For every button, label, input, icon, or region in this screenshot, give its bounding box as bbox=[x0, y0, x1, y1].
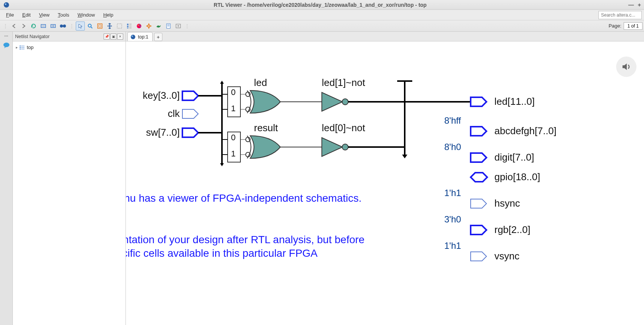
fit-tool[interactable] bbox=[95, 21, 104, 31]
port-sw[interactable] bbox=[182, 128, 198, 137]
port-clk[interactable] bbox=[182, 109, 198, 118]
maximize-button[interactable]: + bbox=[638, 2, 641, 8]
svg-rect-16 bbox=[127, 26, 128, 27]
gate-not-led1[interactable] bbox=[322, 92, 348, 111]
left-gutter: ••• bbox=[0, 32, 13, 325]
annotation-p2: It shows the representation of your desi… bbox=[126, 233, 397, 261]
zoom-out-button[interactable] bbox=[39, 21, 48, 31]
pointer-tool[interactable] bbox=[76, 21, 85, 31]
port-hsync[interactable] bbox=[471, 199, 486, 208]
app-icon bbox=[3, 2, 10, 8]
port-vsync[interactable] bbox=[471, 252, 486, 261]
const-8h0: 8'h0 bbox=[444, 142, 461, 152]
muxidx-0b: 0 bbox=[231, 133, 236, 143]
svg-rect-13 bbox=[99, 25, 101, 27]
bird-tool[interactable] bbox=[154, 21, 163, 31]
svg-rect-36 bbox=[20, 47, 21, 48]
schematic-canvas[interactable]: key[3..0] clk sw[7..0] 0 1 0 1 led resul… bbox=[126, 41, 644, 325]
hierarchy-tool[interactable] bbox=[125, 21, 134, 31]
tab-icon bbox=[130, 34, 136, 40]
settings-tool[interactable] bbox=[144, 21, 153, 31]
search-input[interactable] bbox=[598, 11, 642, 19]
gate-not-led0[interactable] bbox=[322, 138, 348, 156]
minimize-button[interactable]: — bbox=[628, 2, 634, 8]
netlist-tree[interactable]: ▸ top bbox=[13, 41, 125, 325]
svg-point-23 bbox=[139, 24, 141, 25]
const-1h1b: 1'h1 bbox=[444, 241, 461, 251]
svg-point-42 bbox=[132, 35, 133, 37]
refresh-button[interactable] bbox=[29, 21, 38, 31]
svg-point-22 bbox=[138, 25, 139, 26]
svg-point-0 bbox=[4, 2, 9, 8]
const-8hff: 8'hff bbox=[444, 115, 461, 126]
label-clk: clk bbox=[135, 108, 180, 120]
label-out-abcdefgh: abcdefgh[7..0] bbox=[494, 125, 557, 137]
report-tool[interactable] bbox=[164, 21, 173, 31]
zoom-tool[interactable] bbox=[86, 21, 95, 31]
label-not1: led[1]~not bbox=[322, 77, 365, 89]
tab-strip: top:1 + bbox=[126, 32, 644, 41]
svg-point-21 bbox=[137, 24, 141, 28]
panel-title: Netlist Navigator bbox=[15, 34, 50, 39]
gutter-dots-icon: ••• bbox=[4, 34, 8, 38]
gate-led-or[interactable] bbox=[247, 90, 280, 113]
export-tool[interactable] bbox=[174, 21, 183, 31]
gate-result-or[interactable] bbox=[247, 136, 280, 158]
titlebar: RTL Viewer - /home/verilog/ce2020labs/da… bbox=[0, 0, 644, 10]
svg-rect-12 bbox=[98, 24, 102, 28]
zoom-in-button[interactable] bbox=[49, 21, 58, 31]
menu-tools[interactable]: Tools bbox=[54, 11, 73, 19]
svg-point-41 bbox=[131, 35, 135, 39]
forward-button[interactable] bbox=[19, 21, 28, 31]
toolbar-end: ⋮ bbox=[183, 23, 191, 29]
label-out-vsync: vsync bbox=[494, 250, 519, 262]
menu-window[interactable]: Window bbox=[74, 11, 99, 19]
toolbar-sep: ⋮ bbox=[68, 23, 75, 29]
chat-icon[interactable] bbox=[3, 42, 10, 49]
menubar: File Edit View Tools Window Help bbox=[0, 10, 644, 20]
svg-point-10 bbox=[88, 24, 91, 27]
label-out-digit: digit[7..0] bbox=[494, 152, 534, 163]
port-led-out[interactable] bbox=[471, 97, 486, 106]
annotation-p1: The task window menu has a viewer of FPG… bbox=[126, 192, 397, 205]
back-button[interactable] bbox=[9, 21, 18, 31]
tree-node-top[interactable]: ▸ top bbox=[15, 44, 123, 51]
tab-top1[interactable]: top:1 bbox=[127, 32, 153, 41]
svg-point-1 bbox=[5, 3, 6, 5]
label-gate-led: led bbox=[254, 77, 267, 89]
toolbar: ⋮ ⋮ ⋮ Page: bbox=[0, 20, 644, 32]
panel-close-icon[interactable]: ✕ bbox=[117, 34, 123, 40]
label-out-hsync: hsync bbox=[494, 198, 520, 209]
menu-edit[interactable]: Edit bbox=[18, 11, 35, 19]
svg-line-11 bbox=[91, 27, 92, 28]
page-input[interactable] bbox=[624, 22, 642, 30]
panel-pin-icon[interactable]: 📌 bbox=[104, 34, 110, 40]
menu-help[interactable]: Help bbox=[99, 11, 118, 19]
tab-add-button[interactable]: + bbox=[154, 33, 162, 41]
port-rgb[interactable] bbox=[471, 225, 486, 235]
label-key: key[3..0] bbox=[135, 90, 180, 101]
menu-file[interactable]: File bbox=[2, 11, 18, 19]
port-key[interactable] bbox=[182, 91, 198, 100]
label-out-rgb: rgb[2..0] bbox=[494, 224, 530, 236]
const-3h0: 3'h0 bbox=[444, 214, 461, 225]
svg-rect-37 bbox=[20, 49, 21, 49]
port-gpio[interactable] bbox=[471, 173, 487, 182]
palette-tool[interactable] bbox=[135, 21, 144, 31]
port-digit[interactable] bbox=[471, 153, 486, 162]
muxidx-0a: 0 bbox=[231, 87, 236, 97]
svg-rect-35 bbox=[20, 46, 21, 46]
tree-caret-icon[interactable]: ▸ bbox=[16, 45, 18, 49]
menu-view[interactable]: View bbox=[35, 11, 54, 19]
pan-tool[interactable] bbox=[105, 21, 114, 31]
tree-node-label: top bbox=[27, 44, 34, 50]
muxidx-1a: 1 bbox=[231, 104, 236, 113]
svg-rect-9 bbox=[62, 25, 64, 27]
find-button[interactable] bbox=[58, 21, 67, 31]
select-area-tool[interactable] bbox=[115, 21, 124, 31]
const-1h1a: 1'h1 bbox=[444, 188, 461, 198]
port-abcdefgh[interactable] bbox=[471, 127, 486, 136]
tab-label: top:1 bbox=[138, 34, 148, 40]
panel-restore-icon[interactable]: ▣ bbox=[110, 34, 116, 40]
svg-point-25 bbox=[148, 25, 150, 27]
